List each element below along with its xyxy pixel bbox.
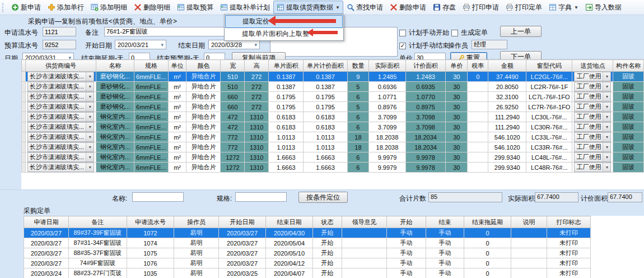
supplier-combo[interactable]: 长沙市潇湘玻璃实...▾	[26, 163, 96, 173]
toolbar-button-8[interactable]: 查找申请	[343, 1, 386, 14]
supplier-combo[interactable]: 长沙市潇湘玻璃实...▾	[26, 112, 96, 122]
toolbar-button-9[interactable]: 删除申请	[386, 1, 430, 14]
note-input[interactable]	[104, 27, 244, 36]
unit-price-cell: 30	[446, 82, 468, 92]
column-header[interactable]: 税率	[468, 60, 488, 72]
toolbar-button-11[interactable]: 打印申请	[459, 1, 502, 14]
table-row[interactable]: 2020/03/2787#31-34F窗固玻1074易明2020/03/2720…	[24, 238, 591, 248]
table-row[interactable]: 长沙市潇湘玻璃实...▾钢化室内...6mmFLE...m²异地合片472131…	[22, 112, 644, 122]
column-header[interactable]: 说明	[511, 216, 547, 228]
locate-by-condition-button[interactable]: 按条件定位	[298, 192, 348, 203]
supplier-combo[interactable]: 长沙市潇湘玻璃实...▾	[26, 72, 96, 82]
toolbar-button-3[interactable]: 添加明细	[87, 1, 130, 14]
toolbar-grip[interactable]	[2, 3, 5, 12]
table-row[interactable]: 长沙市潇湘玻璃实...▾磨砂钢化...6mmFLE...m²异地合片510272…	[22, 72, 644, 82]
manual-end-checkbox[interactable]: 计划手动结束	[399, 41, 449, 50]
table-row[interactable]: 长沙市潇湘玻璃实...▾钢化室内...6mmFLE...m²异地合片772131…	[22, 132, 644, 142]
toolbar-button-5[interactable]: 提取预算	[174, 1, 217, 14]
budget-serial-input[interactable]	[43, 40, 76, 49]
amount-cell: 546.1020	[488, 132, 526, 142]
column-header[interactable]: 颜色	[186, 60, 221, 72]
table-row[interactable]: 2020/03/2488#23-27F门页玻1035易明2020/03/2520…	[24, 268, 591, 278]
end-date-picker[interactable]: 2020/03/28▾	[208, 40, 260, 49]
supplier-combo[interactable]: 长沙市潇湘玻璃实...▾	[26, 92, 96, 102]
column-header[interactable]: 申请流水号	[127, 216, 174, 228]
column-header[interactable]: 单位	[168, 60, 186, 72]
column-header[interactable]: 供货商编号	[26, 60, 96, 72]
table-row[interactable]: 长沙市潇湘玻璃实...▾钢化室内...6mmFLE...m²异地合片472131…	[22, 122, 644, 132]
previous-order-button[interactable]: 上一单	[500, 26, 542, 37]
manual-start-checkbox[interactable]: 计划手动开始	[399, 28, 449, 38]
column-header[interactable]: 窗型代码	[526, 60, 572, 72]
toolbar-button-13[interactable]: 字典▼	[545, 1, 582, 14]
column-header[interactable]: 状态	[313, 216, 342, 228]
delivery-combo[interactable]: 工厂使用▾	[572, 152, 613, 163]
column-header[interactable]: 名称	[96, 60, 134, 72]
supplier-combo[interactable]: 长沙市潇湘玻璃实...▾	[26, 82, 96, 92]
supplier-combo[interactable]: 长沙市潇湘玻璃实...▾	[26, 102, 96, 112]
column-header[interactable]: 计价面积	[405, 60, 446, 72]
column-header[interactable]: 金额	[488, 60, 526, 72]
column-header[interactable]: 宽	[221, 60, 245, 72]
table-row[interactable]: 长沙市潇湘玻璃实...▾磨砂钢化...6mmFLE...m²异地合片660272…	[22, 92, 644, 102]
serial-input[interactable]	[43, 27, 76, 36]
column-header[interactable]: 打印标志	[547, 216, 591, 228]
column-header[interactable]: 高	[245, 60, 269, 72]
table-row[interactable]: 长沙市潇湘玻璃实...▾钢化室内...6mmFLE...m²异地合片127213…	[22, 152, 644, 163]
chevron-down-icon: ▾	[603, 103, 610, 111]
column-header[interactable]: 数量	[347, 60, 369, 72]
column-header[interactable]: 结束日期	[266, 216, 313, 228]
window-code-cell: LC48R-76#...	[526, 163, 572, 173]
column-header[interactable]: 开始	[387, 216, 426, 228]
table-row[interactable]: 长沙市潇湘玻璃实...▾磨砂钢化...6mmFLE...m²异地合片660272…	[22, 102, 644, 112]
operator-input[interactable]	[472, 40, 507, 49]
delivery-combo[interactable]: 工厂使用▾	[572, 72, 613, 82]
table-row[interactable]: 长沙市潇湘玻璃实...▾钢化室内...6mmFLE...m²异地合片772131…	[22, 142, 644, 152]
column-header[interactable]: 开始日期	[219, 216, 266, 228]
toolbar-button-14[interactable]: 导入数据	[582, 1, 625, 14]
column-header[interactable]: 规格	[134, 60, 169, 72]
supplier-combo[interactable]: 长沙市潇湘玻璃实...▾	[26, 152, 96, 163]
table-row[interactable]: 2020/03/2788#35-37F窗固玻1075易明2020/03/2720…	[24, 248, 591, 258]
delivery-combo[interactable]: 工厂使用▾	[572, 112, 613, 122]
toolbar-button-12[interactable]: 打印定单	[502, 1, 545, 14]
column-header[interactable]: 单片计价面积	[304, 60, 347, 72]
start-date-picker[interactable]: 2020/03/21▾	[115, 40, 166, 49]
column-header[interactable]: 送货地点	[572, 60, 613, 72]
toolbar-button-10[interactable]: 存盘	[430, 1, 459, 14]
toolbar-button-2[interactable]: 添加单行	[44, 1, 87, 14]
delivery-combo[interactable]: 工厂使用▾	[572, 92, 613, 102]
supplier-combo[interactable]: 长沙市潇湘玻璃实...▾	[26, 132, 96, 142]
unit-cell: m²	[168, 132, 186, 142]
toolbar-button-7[interactable]: 提取供货商数据▼	[273, 1, 343, 14]
table-row[interactable]: 长沙市潇湘玻璃实...▾磨砂钢化...6mmFLE...m²异地合片510272…	[22, 82, 644, 92]
column-header[interactable]: 备注	[69, 216, 127, 228]
delivery-combo[interactable]: 工厂使用▾	[572, 102, 613, 112]
table-row[interactable]: 长沙市潇湘玻璃实...▾钢化室内...6mmFLE...m²异地合片127213…	[22, 163, 644, 173]
column-header[interactable]: 申请日期	[24, 216, 69, 228]
delivery-combo[interactable]: 工厂使用▾	[572, 122, 613, 132]
column-header[interactable]: 单片面积	[269, 60, 304, 72]
name-filter-input[interactable]	[132, 192, 184, 202]
column-header[interactable]: 单价	[446, 60, 468, 72]
column-header[interactable]: 结束	[426, 216, 464, 228]
toolbar-button-1[interactable]: 新申请	[8, 1, 44, 14]
delivery-combo[interactable]: 工厂使用▾	[572, 142, 613, 152]
column-header[interactable]: 实际面积	[369, 60, 405, 72]
delivery-combo[interactable]: 工厂使用▾	[572, 163, 613, 173]
price-area-cell: 18.2034	[405, 132, 446, 142]
column-header[interactable]: 结束拖延期	[464, 216, 511, 228]
toolbar-button-6[interactable]: 提取补单计划	[217, 1, 273, 14]
generate-order-checkbox[interactable]: 生成定单	[451, 28, 488, 38]
column-header[interactable]: 操作员	[174, 216, 219, 228]
delivery-combo[interactable]: 工厂使用▾	[572, 82, 613, 92]
table-row[interactable]: 2020/03/2774#9F窗固玻1076易明2020/03/272020/0…	[24, 258, 591, 268]
supplier-combo[interactable]: 长沙市潇湘玻璃实...▾	[26, 142, 96, 152]
table-row[interactable]: 2020/03/2789#37-39F窗固玻1072易明2020/03/2720…	[24, 228, 591, 238]
toolbar-button-4[interactable]: 删除明细	[130, 1, 174, 14]
spec-filter-input[interactable]	[235, 192, 287, 202]
supplier-combo[interactable]: 长沙市潇湘玻璃实...▾	[26, 122, 96, 132]
column-header[interactable]: 构件名称	[613, 60, 644, 72]
delivery-combo[interactable]: 工厂使用▾	[572, 132, 613, 142]
column-header[interactable]: 领导意见	[342, 216, 387, 228]
